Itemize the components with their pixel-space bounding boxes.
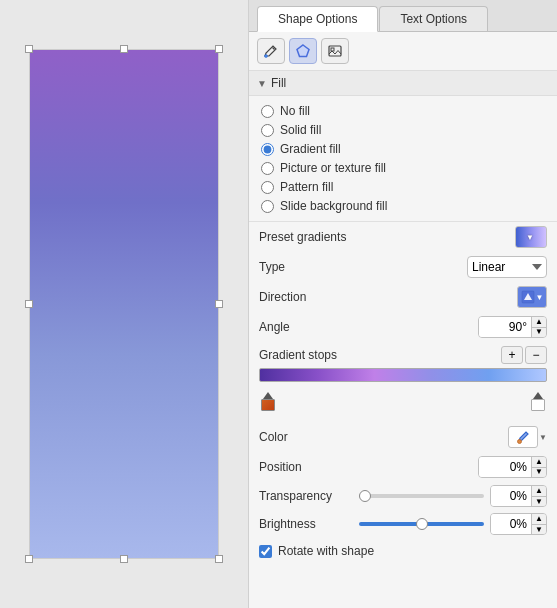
left-panel bbox=[0, 0, 248, 608]
radio-no-fill[interactable]: No fill bbox=[261, 104, 545, 118]
angle-increment-button[interactable]: ▲ bbox=[532, 317, 546, 328]
gradient-stops-buttons: + − bbox=[501, 346, 547, 364]
gradient-bar[interactable] bbox=[259, 368, 547, 382]
radio-no-fill-label: No fill bbox=[280, 104, 310, 118]
rotate-label: Rotate with shape bbox=[278, 544, 374, 558]
brightness-value-wrap: ▲ ▼ bbox=[490, 513, 547, 535]
rotate-checkbox[interactable] bbox=[259, 545, 272, 558]
svg-marker-1 bbox=[297, 45, 309, 57]
tab-shape-options[interactable]: Shape Options bbox=[257, 6, 378, 32]
type-row: Type Linear bbox=[249, 252, 557, 282]
preset-gradients-label: Preset gradients bbox=[259, 230, 359, 244]
radio-gradient-fill-label: Gradient fill bbox=[280, 142, 341, 156]
transparency-val-btns: ▲ ▼ bbox=[531, 486, 546, 506]
remove-stop-button[interactable]: − bbox=[525, 346, 547, 364]
color-control: ▼ bbox=[359, 426, 547, 448]
radio-picture-fill[interactable]: Picture or texture fill bbox=[261, 161, 545, 175]
transparency-decrement-button[interactable]: ▼ bbox=[532, 497, 546, 507]
radio-picture-fill-input[interactable] bbox=[261, 162, 274, 175]
direction-button[interactable]: ▼ bbox=[517, 286, 547, 308]
section-arrow: ▼ bbox=[257, 78, 267, 89]
position-decrement-button[interactable]: ▼ bbox=[532, 468, 546, 478]
radio-picture-fill-label: Picture or texture fill bbox=[280, 161, 386, 175]
shape-container bbox=[29, 49, 219, 559]
angle-input[interactable] bbox=[479, 317, 531, 337]
resize-handle-tl[interactable] bbox=[25, 45, 33, 53]
color-label: Color bbox=[259, 430, 359, 444]
right-panel: Shape Options Text Options bbox=[248, 0, 557, 608]
radio-gradient-fill[interactable]: Gradient fill bbox=[261, 142, 545, 156]
direction-arrow: ▼ bbox=[536, 293, 544, 302]
fill-section-label: Fill bbox=[271, 76, 286, 90]
transparency-slider[interactable] bbox=[359, 494, 484, 498]
rotate-row: Rotate with shape bbox=[249, 538, 557, 564]
radio-slide-fill-input[interactable] bbox=[261, 200, 274, 213]
radio-pattern-fill[interactable]: Pattern fill bbox=[261, 180, 545, 194]
brightness-label: Brightness bbox=[259, 517, 359, 531]
color-row: Color ▼ bbox=[249, 422, 557, 452]
stop-handle-right-color bbox=[531, 399, 545, 411]
preset-dropdown-arrow: ▼ bbox=[526, 233, 534, 242]
transparency-thumb[interactable] bbox=[359, 490, 371, 502]
stop-handle-left-color bbox=[261, 399, 275, 411]
resize-handle-bl[interactable] bbox=[25, 555, 33, 563]
stop-handles-container bbox=[259, 392, 547, 414]
type-label: Type bbox=[259, 260, 359, 274]
brightness-thumb[interactable] bbox=[416, 518, 428, 530]
angle-spinner: ▲ ▼ bbox=[478, 316, 547, 338]
brightness-row: Brightness ▲ ▼ bbox=[249, 510, 557, 538]
type-select[interactable]: Linear bbox=[467, 256, 547, 278]
stop-handle-right[interactable] bbox=[531, 392, 545, 411]
gradient-bar-section: Gradient stops + − bbox=[249, 342, 557, 422]
stop-handle-left[interactable] bbox=[261, 392, 275, 411]
resize-handle-mr[interactable] bbox=[215, 300, 223, 308]
resize-handle-ml[interactable] bbox=[25, 300, 33, 308]
svg-point-6 bbox=[518, 440, 522, 444]
angle-row: Angle ▲ ▼ bbox=[249, 312, 557, 342]
position-row: Position ▲ ▼ bbox=[249, 452, 557, 482]
transparency-input[interactable] bbox=[491, 486, 531, 506]
fill-radio-group: No fill Solid fill Gradient fill Picture… bbox=[249, 96, 557, 222]
resize-handle-tr[interactable] bbox=[215, 45, 223, 53]
angle-decrement-button[interactable]: ▼ bbox=[532, 328, 546, 338]
position-input[interactable] bbox=[479, 457, 531, 477]
brightness-increment-button[interactable]: ▲ bbox=[532, 514, 546, 525]
radio-pattern-fill-input[interactable] bbox=[261, 181, 274, 194]
transparency-row: Transparency ▲ ▼ bbox=[249, 482, 557, 510]
preset-gradients-row: Preset gradients ▼ bbox=[249, 222, 557, 252]
pentagon-button[interactable] bbox=[289, 38, 317, 64]
angle-label: Angle bbox=[259, 320, 359, 334]
brightness-decrement-button[interactable]: ▼ bbox=[532, 525, 546, 535]
toolbar-icons bbox=[249, 32, 557, 71]
image-button[interactable] bbox=[321, 38, 349, 64]
svg-rect-3 bbox=[331, 48, 334, 51]
angle-spinner-btns: ▲ ▼ bbox=[531, 317, 546, 337]
transparency-increment-button[interactable]: ▲ bbox=[532, 486, 546, 497]
add-stop-button[interactable]: + bbox=[501, 346, 523, 364]
gradient-stops-label: Gradient stops bbox=[259, 348, 337, 362]
resize-handle-tm[interactable] bbox=[120, 45, 128, 53]
gradient-bar-wrap[interactable] bbox=[259, 368, 547, 390]
paint-brush-button[interactable] bbox=[257, 38, 285, 64]
position-increment-button[interactable]: ▲ bbox=[532, 457, 546, 468]
radio-gradient-fill-input[interactable] bbox=[261, 143, 274, 156]
preset-gradient-button[interactable]: ▼ bbox=[515, 226, 547, 248]
resize-handle-bm[interactable] bbox=[120, 555, 128, 563]
position-label: Position bbox=[259, 460, 359, 474]
stop-handle-left-triangle bbox=[263, 392, 273, 399]
brightness-input[interactable] bbox=[491, 514, 531, 534]
direction-control: ▼ bbox=[359, 286, 547, 308]
color-picker-button[interactable] bbox=[508, 426, 538, 448]
radio-no-fill-input[interactable] bbox=[261, 105, 274, 118]
tab-text-options[interactable]: Text Options bbox=[379, 6, 488, 31]
preset-gradients-control: ▼ bbox=[359, 226, 547, 248]
position-spinner: ▲ ▼ bbox=[478, 456, 547, 478]
radio-solid-fill[interactable]: Solid fill bbox=[261, 123, 545, 137]
brightness-slider[interactable] bbox=[359, 522, 484, 526]
radio-slide-fill-label: Slide background fill bbox=[280, 199, 387, 213]
radio-slide-fill[interactable]: Slide background fill bbox=[261, 199, 545, 213]
radio-pattern-fill-label: Pattern fill bbox=[280, 180, 333, 194]
resize-handle-br[interactable] bbox=[215, 555, 223, 563]
radio-solid-fill-input[interactable] bbox=[261, 124, 274, 137]
radio-solid-fill-label: Solid fill bbox=[280, 123, 321, 137]
